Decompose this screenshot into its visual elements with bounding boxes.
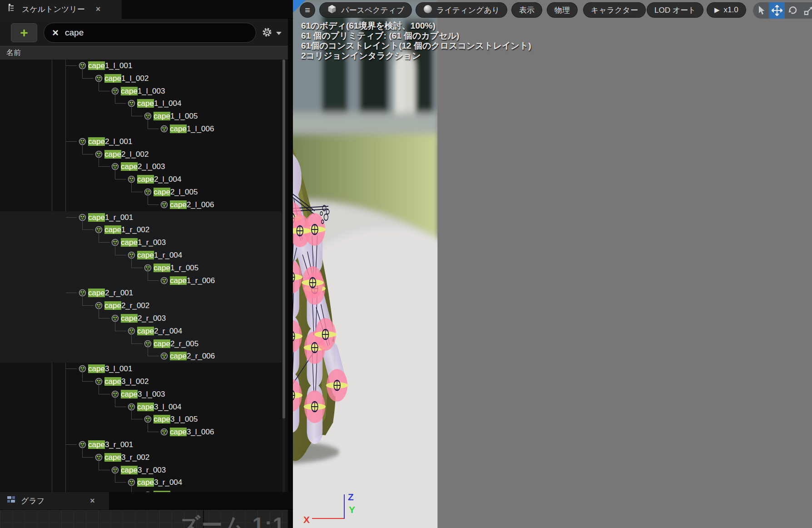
tree-row[interactable]: cape3_r_001 <box>0 438 282 451</box>
stats-bodies: 61のボディ(61境界を検討、100%) <box>301 21 531 31</box>
bone-name: cape3_l_002 <box>104 377 149 386</box>
search-input[interactable] <box>65 28 219 38</box>
clear-search-icon[interactable]: × <box>52 27 59 38</box>
skeleton-tree-tabbar: スケルトンツリー × <box>0 0 293 19</box>
z-axis-line <box>344 494 345 519</box>
play-speed-label: x1.0 <box>724 5 738 15</box>
bone-name: cape2_r_005 <box>153 339 198 349</box>
tree-row[interactable]: cape2_l_004 <box>0 173 282 186</box>
tree-row[interactable]: cape3_r_002 <box>0 451 282 464</box>
tab-skeleton-tree[interactable]: スケルトンツリー × <box>0 0 122 19</box>
tree-row[interactable]: cape2_r_003 <box>0 312 282 325</box>
tree-row[interactable]: cape1_l_004 <box>0 97 282 110</box>
move-tool-button[interactable] <box>769 2 785 19</box>
bone-name: cape1_l_006 <box>170 125 214 134</box>
bone-name: cape1_r_003 <box>121 238 166 247</box>
tree-row[interactable]: cape1_r_006 <box>0 274 282 287</box>
bone-name: cape1_l_003 <box>121 87 165 96</box>
bone-name: cape1_r_005 <box>153 264 198 273</box>
tree-row[interactable]: cape1_r_002 <box>0 224 282 236</box>
tab-graph-label: グラフ <box>21 496 45 506</box>
tree-row[interactable]: cape1_r_004 <box>0 249 282 262</box>
add-button[interactable]: + <box>11 23 37 42</box>
stats-collisions: 2コリジョンインタラクション <box>301 51 531 61</box>
lod-button[interactable]: LOD オート <box>647 2 703 18</box>
bone-name: cape3_r_001 <box>88 440 133 449</box>
tree-row[interactable]: cape3_r_003 <box>0 464 282 477</box>
show-button[interactable]: 表示 <box>511 2 542 18</box>
bone-name: cape1_r_001 <box>88 213 133 222</box>
bone-physics-icon <box>160 125 168 133</box>
rotate-tool-button[interactable] <box>785 2 801 19</box>
chevron-down-icon[interactable] <box>276 32 282 35</box>
select-tool-button[interactable] <box>753 2 769 19</box>
bone-name: cape1_l_002 <box>104 74 149 83</box>
tree-row[interactable]: cape3_r_005 <box>0 489 282 492</box>
play-icon: ▶ <box>714 6 720 14</box>
tree-row[interactable]: cape2_l_002 <box>0 148 282 161</box>
tree-row[interactable]: cape3_l_003 <box>0 388 282 401</box>
bone-name: cape2_r_004 <box>137 327 182 336</box>
tab-graph[interactable]: グラフ × <box>0 492 109 509</box>
tree-row[interactable]: cape3_l_006 <box>0 426 282 438</box>
tree-row[interactable]: cape2_l_005 <box>0 186 282 199</box>
bone-physics-icon <box>160 201 168 209</box>
tree-row[interactable]: cape2_r_004 <box>0 325 282 338</box>
gear-icon[interactable] <box>262 27 272 40</box>
tree-row[interactable]: cape3_r_004 <box>0 476 282 489</box>
tree-row[interactable]: cape2_l_003 <box>0 160 282 173</box>
scale-tool-button[interactable] <box>801 2 812 19</box>
tree-row[interactable]: cape3_l_005 <box>0 413 282 426</box>
physics-button[interactable]: 物理 <box>547 2 578 18</box>
bone-name: cape3_l_003 <box>121 390 165 399</box>
scene-render <box>293 0 812 528</box>
perspective-label: パースペクティブ <box>341 5 404 15</box>
bone-physics-icon <box>160 428 168 436</box>
bone-name: cape1_r_004 <box>137 251 182 260</box>
tree-row[interactable]: cape2_r_005 <box>0 338 282 350</box>
lighting-label: ライティングあり <box>436 5 500 15</box>
tree-row[interactable]: cape3_l_001 <box>0 363 282 375</box>
bone-name: cape2_l_002 <box>104 150 149 159</box>
search-field[interactable]: × <box>44 23 256 43</box>
graph-canvas[interactable]: ズーム 1:1 <box>0 509 288 528</box>
tree-row[interactable]: cape1_l_006 <box>0 123 282 135</box>
tree-row[interactable]: cape1_r_005 <box>0 262 282 274</box>
scrollbar-thumb[interactable] <box>282 60 285 418</box>
tree-row[interactable]: cape1_r_003 <box>0 236 282 249</box>
close-icon[interactable]: × <box>96 5 101 14</box>
tree-row[interactable]: cape1_l_005 <box>0 110 282 123</box>
bone-name: cape1_r_002 <box>104 225 149 234</box>
character-button[interactable]: キャラクター <box>583 2 646 18</box>
tree-row[interactable]: cape1_r_001 <box>0 211 282 224</box>
tree-row[interactable]: cape2_l_001 <box>0 135 282 148</box>
tree-row[interactable]: cape2_r_002 <box>0 299 282 312</box>
close-icon[interactable]: × <box>90 496 95 506</box>
graph-tabbar: グラフ × <box>0 492 293 509</box>
tree-row[interactable]: cape3_l_002 <box>0 375 282 388</box>
tree-row[interactable]: cape1_l_003 <box>0 85 282 98</box>
bone-name: cape3_l_001 <box>88 364 132 374</box>
x-axis-line <box>312 518 345 519</box>
viewport-toolbar: ≡ パースペクティブ ライティングあり 表示 物理 キ <box>293 2 812 19</box>
tree-row[interactable]: cape2_r_006 <box>0 350 282 363</box>
tree-row[interactable]: cape1_l_001 <box>0 60 282 72</box>
tree-row[interactable]: cape3_l_004 <box>0 401 282 413</box>
y-axis-label: Y <box>349 504 355 515</box>
lit-sphere-icon <box>423 5 432 16</box>
bone-name: cape3_l_004 <box>137 403 181 412</box>
3d-viewport[interactable]: ≡ パースペクティブ ライティングあり 表示 物理 キ <box>293 0 812 528</box>
viewport-menu-button[interactable]: ≡ <box>300 2 315 18</box>
bone-physics-icon <box>160 277 168 284</box>
bone-name: cape2_l_003 <box>121 162 165 171</box>
tree-scrollbar[interactable] <box>282 60 285 492</box>
lighting-button[interactable]: ライティングあり <box>416 2 507 18</box>
play-speed-button[interactable]: ▶ x1.0 <box>707 2 746 18</box>
bone-name: cape3_r_003 <box>121 466 166 475</box>
skeleton-tree-icon <box>7 3 17 15</box>
tree-row[interactable]: cape2_l_006 <box>0 199 282 211</box>
bone-name: cape3_l_005 <box>153 415 198 424</box>
perspective-button[interactable]: パースペクティブ <box>319 2 412 18</box>
tree-row[interactable]: cape2_r_001 <box>0 287 282 299</box>
tree-row[interactable]: cape1_l_002 <box>0 72 282 85</box>
